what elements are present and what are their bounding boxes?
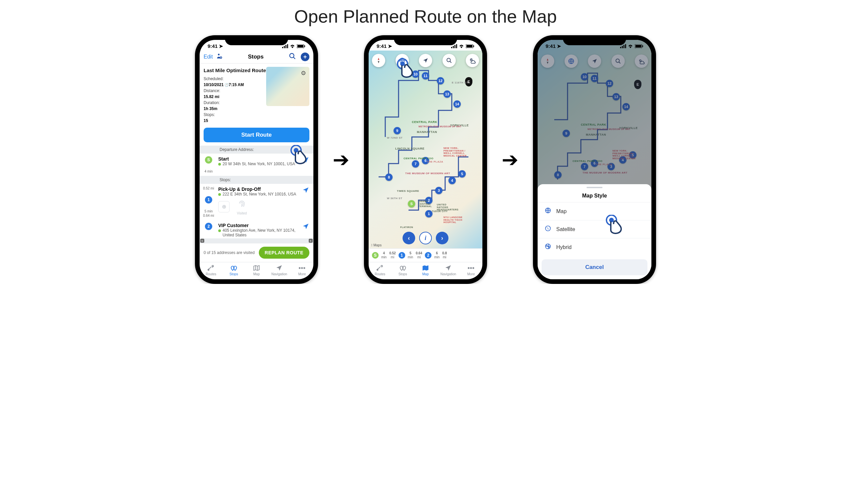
map-style-hybrid[interactable]: Hybrid bbox=[538, 238, 652, 256]
map-stop-pin[interactable]: 3 bbox=[435, 187, 442, 194]
svg-rect-17 bbox=[456, 44, 457, 48]
tab-more[interactable]: •••More bbox=[460, 262, 482, 279]
route-name: Last Mile Optimized Route bbox=[204, 67, 266, 74]
replan-route-button[interactable]: REPLAN ROUTE bbox=[259, 247, 309, 259]
map-stop-pin[interactable]: 1 bbox=[425, 210, 433, 217]
section-stops: Stops: bbox=[199, 176, 313, 184]
edit-button[interactable]: Edit bbox=[204, 54, 213, 60]
svg-rect-20 bbox=[473, 45, 474, 47]
status-time: 9:41 ➤ bbox=[377, 43, 392, 49]
map-icon bbox=[253, 264, 260, 272]
tab-map[interactable]: Map bbox=[245, 262, 268, 279]
attach-icon[interactable]: ⊕ bbox=[218, 201, 229, 213]
page-title: Open Planned Route on the Map bbox=[0, 6, 851, 26]
svg-rect-6 bbox=[305, 45, 305, 47]
map-label: E 116th St bbox=[452, 81, 468, 84]
start-route-button[interactable]: Start Route bbox=[204, 128, 309, 142]
navigate-icon[interactable] bbox=[302, 223, 309, 232]
tab-navigation[interactable]: Navigation bbox=[268, 262, 291, 279]
tab-routes[interactable]: Routes bbox=[199, 262, 222, 279]
stop-row-2[interactable]: 2 VIP Customer 405 Lexington Ave, New Yo… bbox=[199, 220, 313, 240]
timeline-start[interactable]: S bbox=[372, 252, 379, 259]
tab-stops[interactable]: Stops bbox=[391, 262, 414, 279]
battery-icon bbox=[297, 44, 306, 48]
tab-map[interactable]: Map bbox=[414, 262, 437, 279]
stops-list[interactable]: Departure Address: S 4 min Start 20 W 34… bbox=[199, 146, 313, 244]
map-label: TIMES SQUARE bbox=[397, 190, 419, 193]
svg-rect-15 bbox=[453, 46, 454, 48]
search-icon[interactable] bbox=[289, 53, 296, 61]
svg-point-9 bbox=[290, 54, 294, 58]
map-stop-pin[interactable]: 14 bbox=[453, 101, 461, 108]
tab-navigation[interactable]: Navigation bbox=[437, 262, 459, 279]
more-icon: ••• bbox=[298, 264, 306, 272]
strip-end-chip: E bbox=[309, 239, 313, 243]
search-icon[interactable] bbox=[442, 54, 456, 67]
map-label: TUDOR CITY bbox=[432, 210, 448, 213]
locate-icon[interactable] bbox=[419, 54, 432, 67]
map-style-map[interactable]: Map bbox=[538, 202, 652, 220]
timeline-strip[interactable]: S 4min 0.52mi 1 5min 0.64mi 2 6min 0.8mi bbox=[369, 248, 482, 262]
svg-rect-5 bbox=[297, 45, 303, 48]
svg-point-7 bbox=[218, 54, 220, 55]
tab-bar: Routes Stops Map Navigation •••More bbox=[369, 262, 482, 279]
map-stop-pin[interactable]: 7 bbox=[412, 160, 419, 167]
status-time: 9:41 ➤ bbox=[545, 43, 561, 49]
fingerprint-icon[interactable] bbox=[237, 198, 247, 211]
map-start-pin[interactable]: S bbox=[408, 200, 415, 208]
map-pager: ‹ i › bbox=[402, 232, 449, 244]
tab-routes[interactable]: Routes bbox=[369, 262, 391, 279]
map-stop-pin[interactable]: 12 bbox=[437, 77, 444, 85]
svg-rect-1 bbox=[284, 46, 285, 48]
svg-rect-34 bbox=[642, 45, 643, 47]
navigate-icon[interactable] bbox=[302, 156, 309, 165]
stop-address: 20 W 34th St, New York, NY 10001, USA bbox=[223, 162, 295, 166]
weather-icon[interactable] bbox=[466, 54, 479, 67]
map-credits:  Maps bbox=[371, 244, 382, 247]
add-button[interactable]: + bbox=[301, 53, 309, 61]
navigation-icon bbox=[276, 264, 283, 272]
map-label: The Plaza bbox=[427, 160, 443, 163]
stop-row-1[interactable]: 0.52 mi 1 5 min 0.64 mi Pick-Up & Drop-O… bbox=[199, 184, 313, 220]
prev-stop-button[interactable]: ‹ bbox=[402, 232, 415, 244]
map-stop-pin[interactable]: 11 bbox=[422, 72, 429, 79]
wifi-icon bbox=[628, 44, 633, 48]
stop-row-start[interactable]: S 4 min Start 20 W 34th St, New York, NY… bbox=[199, 154, 313, 176]
svg-rect-19 bbox=[466, 45, 472, 48]
cancel-button[interactable]: Cancel bbox=[542, 259, 647, 275]
driver-icon[interactable] bbox=[216, 53, 223, 61]
map-stop-pin[interactable]: 4 bbox=[449, 177, 456, 184]
next-stop-button[interactable]: › bbox=[436, 232, 449, 244]
stop-address: 222 E 34th St, New York, NY 10016, USA bbox=[223, 192, 296, 197]
map-stop-pin[interactable]: 13 bbox=[444, 90, 451, 98]
globe-icon[interactable] bbox=[396, 54, 409, 67]
map-stop-pin[interactable]: 5 bbox=[458, 170, 466, 178]
map-label: Metropolitan Museum of Art bbox=[418, 125, 462, 128]
stop-address: 405 Lexington Ave, New York, NY 10174, U… bbox=[223, 228, 300, 237]
map-stop-pin[interactable]: 9 bbox=[394, 127, 401, 134]
map-stop-pin[interactable]: 8 bbox=[385, 174, 393, 181]
timeline-stop-2[interactable]: 2 bbox=[425, 252, 432, 259]
map-stop-pin[interactable]: 10 bbox=[412, 71, 419, 78]
tab-more[interactable]: •••More bbox=[291, 262, 313, 279]
map-icon bbox=[421, 264, 430, 272]
svg-rect-14 bbox=[451, 47, 452, 48]
arrow-icon: ➔ bbox=[333, 148, 349, 171]
timeline-stop-1[interactable]: 1 bbox=[399, 252, 405, 259]
toolbar-title: Stops bbox=[248, 54, 263, 60]
battery-icon bbox=[635, 44, 643, 48]
main-map[interactable]: 1 2 3 4 5 6 7 8 9 10 11 12 13 14 E S Cen… bbox=[369, 51, 482, 248]
svg-rect-16 bbox=[454, 45, 455, 48]
map-label: FLATIRON bbox=[400, 226, 413, 228]
navigate-icon[interactable] bbox=[302, 186, 309, 196]
map-style-satellite[interactable]: Satellite bbox=[538, 220, 652, 238]
route-mini-map[interactable]: ⚙ bbox=[266, 67, 309, 106]
phone-row: 9:41 ➤ Edit bbox=[0, 35, 851, 284]
map-label: MANHATTAN bbox=[417, 130, 437, 134]
map-label: LINCOLN SQUARE bbox=[395, 147, 424, 150]
compass-icon[interactable] bbox=[372, 54, 385, 67]
info-button[interactable]: i bbox=[419, 232, 432, 244]
tab-stops[interactable]: Stops bbox=[222, 262, 245, 279]
gear-icon[interactable]: ⚙ bbox=[301, 70, 306, 77]
tab-bar: Routes Stops Map Navigation •••More bbox=[199, 262, 313, 279]
